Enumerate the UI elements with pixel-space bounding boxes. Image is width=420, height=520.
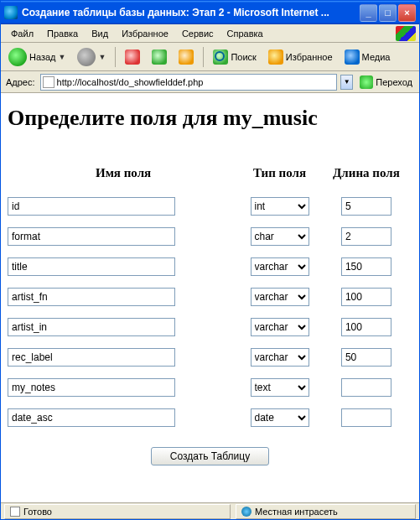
stop-button[interactable]: [121, 47, 144, 67]
table-row: intcharvarchartextdate: [8, 318, 412, 336]
field-name-input[interactable]: [8, 227, 175, 246]
field-length-input[interactable]: [341, 318, 391, 336]
chevron-down-icon: ▼: [98, 53, 106, 61]
back-button[interactable]: Назад ▼: [4, 45, 70, 69]
forward-icon: [77, 48, 96, 66]
field-name-input[interactable]: [8, 318, 175, 336]
field-length-input[interactable]: [341, 227, 391, 246]
address-label: Адрес:: [4, 77, 37, 87]
page-heading: Определите поля для my_music: [8, 106, 412, 131]
back-label: Назад: [29, 52, 56, 62]
field-type-select[interactable]: intcharvarchartextdate: [251, 197, 309, 216]
field-length-input[interactable]: [341, 288, 391, 306]
field-name-input[interactable]: [8, 257, 175, 276]
maximize-button[interactable]: □: [379, 4, 397, 22]
minimize-button[interactable]: _: [360, 4, 377, 22]
fields-table: Имя поля Тип поля Длина поля intcharvarc…: [8, 154, 412, 439]
page-icon: [10, 507, 20, 517]
chevron-down-icon: ▼: [59, 53, 66, 61]
field-type-select[interactable]: intcharvarchartextdate: [251, 318, 309, 336]
stop-icon: [125, 49, 140, 65]
favorites-button[interactable]: Избранное: [264, 47, 337, 67]
menu-file[interactable]: Файл: [4, 27, 40, 40]
table-row: intcharvarchartextdate: [8, 408, 412, 427]
toolbar-separator: [115, 47, 116, 67]
menu-tools[interactable]: Сервис: [175, 27, 220, 40]
field-type-select[interactable]: intcharvarchartextdate: [251, 378, 309, 397]
search-button[interactable]: Поиск: [209, 47, 260, 67]
field-type-select[interactable]: intcharvarchartextdate: [251, 227, 309, 246]
home-icon: [179, 49, 194, 65]
status-zone: Местная интрасеть: [255, 507, 338, 517]
table-row: intcharvarchartextdate: [8, 197, 412, 216]
menu-favorites[interactable]: Избранное: [115, 27, 175, 40]
star-icon: [268, 49, 283, 65]
field-length-input[interactable]: [341, 197, 391, 216]
col-header-len: Длина поля: [320, 166, 412, 185]
back-icon: [8, 48, 27, 66]
go-button[interactable]: Переход: [356, 74, 416, 91]
table-row: intcharvarchartextdate: [8, 348, 412, 367]
home-button[interactable]: [174, 47, 198, 67]
refresh-button[interactable]: [148, 47, 171, 67]
table-row: intcharvarchartextdate: [8, 257, 412, 276]
forward-button[interactable]: ▼: [73, 45, 110, 69]
field-length-input[interactable]: [341, 378, 391, 397]
field-type-select[interactable]: intcharvarchartextdate: [251, 348, 309, 367]
page-icon: [43, 76, 54, 88]
status-bar: Готово Местная интрасеть: [1, 502, 419, 519]
table-row: intcharvarchartextdate: [8, 227, 412, 246]
menu-help[interactable]: Справка: [220, 27, 270, 40]
create-table-button[interactable]: Создать Таблицу: [151, 447, 269, 465]
field-length-input[interactable]: [341, 257, 391, 276]
go-icon: [360, 75, 373, 89]
status-zone-cell: Местная интрасеть: [236, 504, 416, 519]
menu-bar: Файл Правка Вид Избранное Сервис Справка: [1, 24, 419, 43]
field-type-select[interactable]: intcharvarchartextdate: [251, 408, 309, 427]
favorites-label: Избранное: [286, 52, 333, 62]
refresh-icon: [152, 49, 167, 65]
field-type-select[interactable]: intcharvarchartextdate: [251, 257, 309, 276]
address-input[interactable]: [57, 77, 335, 87]
address-dropdown[interactable]: ▼: [340, 75, 353, 90]
media-label: Медиа: [362, 52, 391, 62]
status-ready: Готово: [23, 507, 52, 517]
field-name-input[interactable]: [8, 197, 175, 216]
address-bar: Адрес: ▼ Переход: [1, 71, 419, 93]
menu-view[interactable]: Вид: [85, 27, 115, 40]
status-ready-cell: Готово: [4, 504, 231, 519]
col-header-type: Тип поля: [239, 166, 320, 185]
menu-edit[interactable]: Правка: [40, 27, 85, 40]
toolbar: Назад ▼ ▼ Поиск Избранное Медиа: [1, 43, 419, 71]
table-row: intcharvarchartextdate: [8, 288, 412, 306]
go-label: Переход: [376, 77, 412, 87]
table-row: intcharvarchartextdate: [8, 378, 412, 397]
page-content: Определите поля для my_music Имя поля Ти…: [1, 93, 419, 502]
ie-icon: [4, 6, 18, 19]
window-titlebar: Создание таблицы базы данных: Этап 2 - M…: [1, 1, 419, 24]
window-title: Создание таблицы базы данных: Этап 2 - M…: [22, 7, 360, 18]
field-name-input[interactable]: [8, 348, 175, 367]
address-input-wrap: [40, 74, 338, 91]
field-type-select[interactable]: intcharvarchartextdate: [251, 288, 309, 306]
field-length-input[interactable]: [341, 408, 391, 427]
field-name-input[interactable]: [8, 378, 175, 397]
intranet-icon: [241, 507, 251, 517]
search-label: Поиск: [231, 52, 256, 62]
toolbar-separator: [203, 47, 204, 67]
media-icon: [345, 49, 360, 65]
field-length-input[interactable]: [341, 348, 391, 367]
field-name-input[interactable]: [8, 408, 175, 427]
search-icon: [213, 49, 228, 65]
close-button[interactable]: ×: [398, 4, 416, 22]
col-header-name: Имя поля: [8, 166, 239, 185]
media-button[interactable]: Медиа: [340, 47, 395, 67]
field-name-input[interactable]: [8, 288, 175, 306]
windows-flag-icon: [396, 26, 416, 41]
